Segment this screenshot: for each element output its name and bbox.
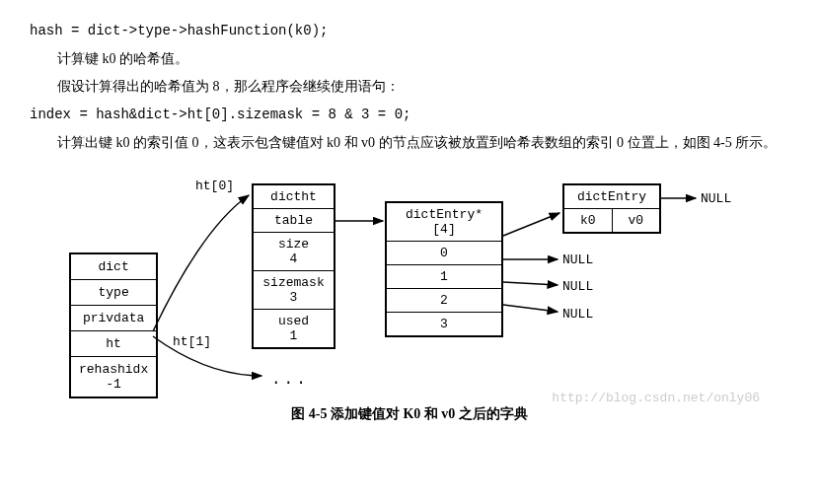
paragraph-1: 计算键 k0 的哈希值。 (30, 48, 789, 70)
paragraph-2: 假设计算得出的哈希值为 8，那么程序会继续使用语句： (30, 76, 789, 98)
code-line-2: index = hash&dict->ht[0].sizemask = 8 & … (30, 107, 789, 122)
svg-line-1 (503, 213, 559, 236)
figure-caption: 图 4-5 添加键值对 K0 和 v0 之后的字典 (30, 405, 789, 423)
svg-line-3 (503, 282, 558, 285)
code-line-1: hash = dict->type->hashFunction(k0); (30, 23, 789, 38)
diagram-figure: ht[0] ht[1] dict type privdata ht rehash… (30, 169, 789, 396)
watermark: http://blog.csdn.net/only06 (552, 391, 760, 405)
arrows (30, 169, 780, 396)
svg-line-4 (503, 305, 558, 312)
paragraph-3: 计算出键 k0 的索引值 0，这表示包含键值对 k0 和 v0 的节点应该被放置… (30, 132, 789, 154)
